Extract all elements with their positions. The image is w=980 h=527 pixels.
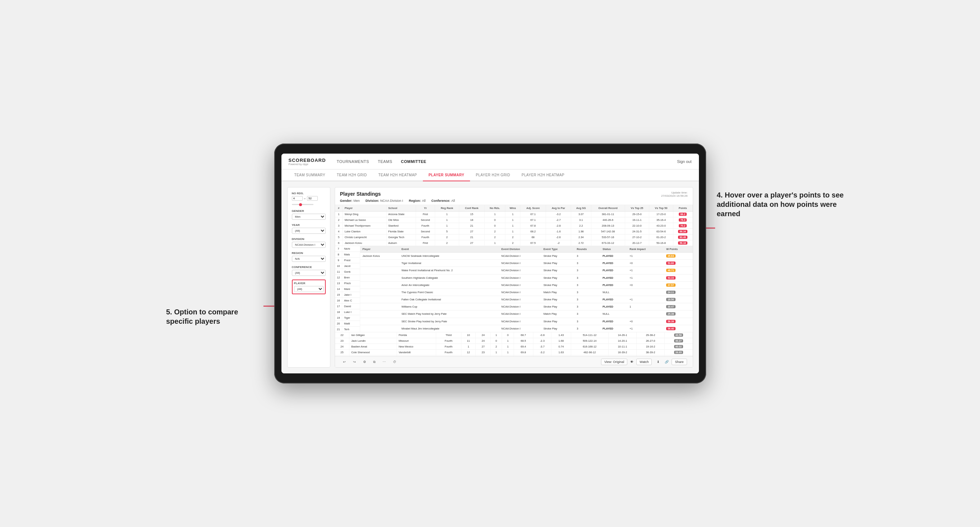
event-points-cell[interactable]: 46.71 [664, 267, 692, 274]
event-division-cell: NCAA Division I [499, 289, 541, 296]
points-cell[interactable]: 40.02 [665, 344, 692, 350]
event-player-cell [360, 296, 399, 303]
no-rds-cell: 2 [484, 235, 505, 240]
event-type-cell: Stroke Play [541, 296, 575, 303]
share-btn[interactable]: Share [671, 359, 687, 365]
more-icon[interactable]: ⋯ [380, 359, 388, 365]
no-rds-cell: 1 [490, 350, 502, 356]
table-title: Player Standings [340, 191, 455, 197]
table-row: 2 Michael La Sasso Ole Miss Second 1 18 … [335, 217, 693, 223]
redo-icon[interactable]: ↪ [351, 359, 358, 365]
school-cell: Arizona State [386, 211, 416, 217]
event-rounds-cell: 3 [574, 317, 600, 325]
settings-icon[interactable]: ⚙ [361, 359, 368, 365]
sign-out-link[interactable]: Sign out [677, 159, 691, 163]
mini-table-row: 11 Gonk [335, 269, 360, 275]
vs50-cell: 43-23-0 [649, 223, 673, 229]
points-cell[interactable]: 88.2 [673, 211, 692, 217]
copy-icon[interactable]: ⧉ [371, 359, 377, 365]
region-value: All [422, 199, 426, 203]
event-status-cell: PLAYED [600, 252, 627, 260]
event-row: SEC Match Play hosted by Jerry Pate NCAA… [360, 310, 693, 317]
points-cell[interactable]: 39.95 [665, 350, 692, 356]
logo-area: SCOREBOARD Powered by clippi [289, 157, 326, 165]
event-type-cell: Stroke Play [541, 281, 575, 289]
tablet-frame: SCOREBOARD Powered by clippi TOURNAMENTS… [274, 143, 706, 384]
tab-team-h2h-heatmap[interactable]: TEAM H2H HEATMAP [372, 170, 423, 181]
gender-filter-label: Gender [292, 210, 326, 213]
points-cell[interactable]: 80.49 [673, 235, 692, 240]
points-cell[interactable]: 68.34 [673, 229, 692, 235]
event-rank-impact-cell: 1 [627, 303, 664, 310]
year-select[interactable]: (All) [292, 228, 326, 234]
event-type-cell: Match Play [541, 310, 575, 317]
points-cell[interactable]: 40.27 [665, 338, 692, 344]
bottom-toolbar: ↩ ↪ ⚙ ⧉ ⋯ ⏱ View: Original 👁 Watch ⬇ 🔗 S… [335, 356, 693, 367]
no-rds-slider[interactable] [292, 204, 313, 205]
nav-committee[interactable]: COMMITTEE [401, 159, 426, 163]
event-name-cell: Tiger Invitational [399, 260, 500, 267]
player-select[interactable]: (All) [294, 286, 323, 292]
clock-icon[interactable]: ⏱ [391, 359, 398, 365]
event-points-cell[interactable]: 53.60 [664, 260, 692, 267]
player-name-cell: Wenyi Ding [343, 211, 386, 217]
undo-icon[interactable]: ↩ [341, 359, 348, 365]
event-points-cell[interactable]: 24.11 [664, 289, 692, 296]
tab-player-summary[interactable]: PLAYER SUMMARY [423, 170, 470, 181]
points-cell[interactable]: 70.2 [673, 223, 692, 229]
event-points-cell[interactable]: 16.50 [664, 296, 692, 303]
watch-btn[interactable]: Watch [636, 359, 652, 365]
event-status-cell: PLAYED [600, 260, 627, 267]
region-label: Region: [409, 199, 421, 203]
event-division-cell: NCAA Division I [499, 267, 541, 274]
mini-rank: 7 [335, 246, 342, 252]
points-cell[interactable]: 56.18 [673, 240, 692, 246]
division-select[interactable]: NCAA Division I [292, 242, 326, 248]
sg-cell: 2.2 [571, 223, 591, 229]
event-status-cell: PLAYED [600, 325, 627, 332]
event-points-cell[interactable]: 37.57 [664, 281, 692, 289]
vs50-cell: 38-39-2 [637, 350, 665, 356]
division-filter-label: Division [292, 237, 326, 241]
event-points-cell[interactable]: 25.38 [664, 310, 692, 317]
mini-table-row: 8 Mats [335, 252, 360, 257]
sg-cell: 1.43 [551, 332, 571, 338]
tab-team-summary[interactable]: TEAM SUMMARY [289, 170, 331, 181]
player-name-cell: Michael Thorbjornsen [343, 223, 386, 229]
no-rds-min-input[interactable] [292, 196, 303, 201]
gender-select[interactable]: Men [292, 214, 326, 220]
event-points-cell[interactable]: 30.47 [664, 303, 692, 310]
event-rounds-cell: 3 [574, 296, 600, 303]
nav-tournaments[interactable]: TOURNAMENTS [337, 159, 369, 163]
event-points-cell[interactable]: 56.40 [664, 325, 692, 332]
tab-player-h2h-heatmap[interactable]: PLAYER H2H HEATMAP [516, 170, 570, 181]
tablet-screen: SCOREBOARD Powered by clippi TOURNAMENTS… [282, 154, 699, 373]
event-type-cell: Match Play [541, 289, 575, 296]
tab-team-h2h-grid[interactable]: TEAM H2H GRID [331, 170, 373, 181]
nav-teams[interactable]: TEAMS [378, 159, 392, 163]
event-points-cell[interactable]: 56.38 [664, 317, 692, 325]
conf-rank-cell: 21 [459, 223, 484, 229]
table-header-section: Player Standings Gender: Men Division: N… [335, 187, 693, 205]
event-points-cell[interactable]: 53.33 [664, 274, 692, 281]
adj-score-cell: 69.8 [514, 350, 533, 356]
adj-score-cell: 69.4 [514, 344, 533, 350]
division-label: Division: [366, 199, 379, 203]
event-rounds-cell: 3 [574, 289, 600, 296]
download-icon[interactable]: ⬇ [655, 359, 662, 365]
points-cell[interactable]: 76.3 [673, 217, 692, 223]
adj-score-cell: 68.5 [514, 338, 533, 344]
no-rds-max-input[interactable] [307, 196, 318, 201]
no-rds-cell: 0 [484, 217, 505, 223]
conference-label: Conference: [431, 199, 450, 203]
event-name-cell: Southern Highlands Collegiate [399, 274, 500, 281]
points-cell[interactable]: 40.58 [665, 332, 692, 338]
event-points-cell[interactable]: 45.64 [664, 252, 692, 260]
bottom-table-row: 25 Cole Sherwood Vanderbilt Fourth 12 23… [335, 350, 693, 356]
player-name-cell: Bastien Amat [349, 344, 397, 350]
tab-player-h2h-grid[interactable]: PLAYER H2H GRID [470, 170, 516, 181]
conference-select[interactable]: (All) [292, 270, 326, 276]
view-original-btn[interactable]: View: Original [601, 359, 627, 365]
school-cell: Georgia Tech [386, 235, 416, 240]
region-select[interactable]: N/A [292, 256, 326, 262]
